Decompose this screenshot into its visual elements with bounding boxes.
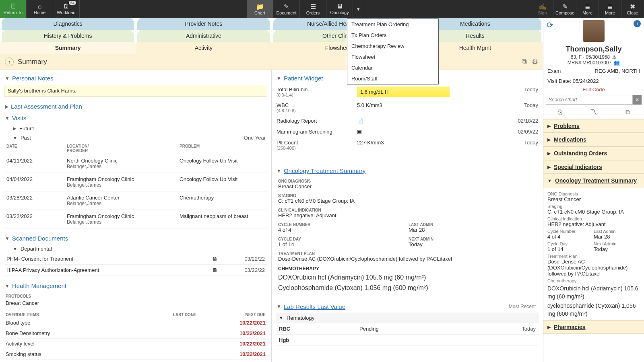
overdue-label: OVERDUE ITEMS [6, 313, 173, 317]
oncology-menu-item[interactable]: Chemotherapy Review [347, 41, 438, 51]
result-icon: 📄 [357, 118, 363, 124]
right-column: ▼Patient Widget Total Bilirubin(0.0-1.4)… [272, 70, 543, 362]
oncology-icon: 🖥 [336, 3, 343, 10]
lastdone-label: LAST DONE [173, 313, 221, 317]
chevron-down-icon[interactable]: ▼ [279, 315, 283, 320]
tab-activity[interactable]: Activity [136, 42, 271, 54]
visit-row[interactable]: 03/22/2022 Framingham Oncology ClinicBel… [4, 210, 267, 228]
patient-widget-header[interactable]: Patient Widget [284, 75, 323, 82]
patient-widget-row[interactable]: Plt Count(250-400) 227 K/mm3 Today [276, 137, 539, 153]
last-assessment-header[interactable]: Last Assessment and Plan [11, 103, 82, 110]
visits-header[interactable]: Visits [12, 115, 27, 121]
expand-up-button[interactable]: ↑ [5, 58, 14, 66]
side-ots-body: ONC DiagnosisBreast Cancer StagingC: cT1… [543, 187, 644, 320]
overdue-item-row[interactable]: Activity level10/22/2021 [4, 339, 267, 349]
search-chart-input[interactable] [546, 95, 633, 105]
toolbar-document[interactable]: ✎ Document [273, 0, 300, 18]
patient-widget-row[interactable]: Mammogram Screening ▣ 02/09/22 [276, 126, 539, 137]
personal-notes-header[interactable]: Personal Notes [12, 75, 54, 82]
scanned-doc-row[interactable]: PHM- Consent for Treatment🗎03/22/22 [4, 253, 267, 265]
trend-icon[interactable]: 〽 [590, 109, 597, 116]
add-note-icon[interactable]: ⎘ [558, 109, 562, 116]
tab-provider-notes[interactable]: Provider Notes [137, 18, 270, 30]
tab-diagnostics[interactable]: Diagnostics [2, 18, 134, 30]
search-clear-button[interactable]: ✕ [633, 95, 642, 105]
chevron-down-icon[interactable]: ▼ [277, 76, 281, 81]
side-section-outstanding-orders[interactable]: ▶Outstanding Orders [543, 146, 644, 160]
lab-row[interactable]: RBCPendingToday [276, 323, 539, 335]
side-section-problems[interactable]: ▶Problems [543, 119, 644, 133]
visit-row[interactable]: 03/28/2022 Atlantic Cancer CenterBelange… [4, 191, 267, 210]
add-widget-icon[interactable]: ⧉ [522, 58, 527, 66]
visits-past-toggle[interactable]: ▼PastOne Year [4, 133, 267, 142]
oncology-menu-item[interactable]: Treatment Plan Ordering [347, 19, 438, 30]
chevron-icon: ▶ [547, 165, 551, 170]
toolbar-more[interactable]: ≣ More [599, 0, 621, 18]
return-to-label: Return To [4, 10, 23, 15]
document-icon: 🗎 [213, 256, 229, 262]
copy-icon[interactable]: ⧉ [625, 109, 630, 116]
result-icon: ▣ [357, 129, 362, 135]
oncology-menu-item[interactable]: Calendar [347, 62, 438, 73]
overdue-item-row[interactable]: Smoking status10/22/2021 [4, 349, 267, 360]
toolbar-oncology[interactable]: 🖥 Oncology [326, 0, 353, 18]
return-to-button[interactable]: E Return To [0, 0, 27, 18]
chevron-down-icon[interactable]: ▼ [5, 115, 10, 121]
brand-icon: E [11, 3, 15, 10]
oncology-menu-item[interactable]: Tx Plan Orders [347, 30, 438, 41]
allergy-icon[interactable]: ⚠ [612, 54, 617, 60]
visit-row[interactable]: 04/11/2022 North Oncology ClinicBelanger… [4, 154, 267, 173]
chevron-down-icon[interactable]: ▼ [5, 76, 10, 81]
side-section-medications[interactable]: ▶Medications [543, 133, 644, 146]
side-section-special-indicators[interactable]: ▶Special Indicators [543, 160, 644, 174]
visits-col-date: DATE [6, 144, 67, 153]
scanned-doc-row[interactable]: HIPAA Privacy Authorization-Agreement🗎03… [4, 265, 267, 276]
health-mgmt-header[interactable]: Health Management [12, 282, 66, 289]
patient-widget-row[interactable]: Total Bilirubin(0.0-1.4) 1.6 mg/dL H Tod… [276, 84, 539, 100]
side-section-pharmacies[interactable]: ▶Pharmacies [543, 320, 644, 334]
info-icon[interactable]: i [634, 20, 641, 27]
chevron-right-icon[interactable]: ▶ [5, 104, 8, 109]
chevron-down-icon[interactable]: ▼ [5, 236, 10, 241]
visits-future-toggle[interactable]: ▶Future [4, 124, 267, 133]
side-section-oncology-treatment-summary[interactable]: ▼Oncology Treatment Summary [543, 174, 644, 187]
home-icon: ⌂ [38, 3, 42, 10]
toolbar-home[interactable]: ⌂ Home [27, 0, 53, 18]
tab-summary[interactable]: Summary [0, 42, 136, 54]
oncology-dropdown-toggle[interactable]: ▾ [353, 0, 364, 18]
document-icon: 🗎 [213, 267, 229, 273]
top-toolbar: E Return To ⌂ Home 🗓 Workload 54 📁 Chart… [0, 0, 644, 18]
compose-icon: ✎ [562, 3, 568, 10]
onc-treatment-summary-header[interactable]: Oncology Treatment Summary [284, 167, 365, 174]
gear-icon[interactable]: ⚙ [532, 58, 538, 66]
chevron-down-icon[interactable]: ▼ [5, 283, 10, 289]
patient-widget-row[interactable]: Radiology Report 📄 02/18/22 [276, 115, 539, 126]
tab-administrative[interactable]: Administrative [137, 30, 270, 42]
patient-link-icon[interactable]: 👥 [614, 60, 620, 66]
chevron-down-icon[interactable]: ▼ [277, 304, 281, 309]
toolbar-workload[interactable]: 🗓 Workload 54 [53, 0, 80, 18]
scanned-departmental-toggle[interactable]: ▼Departmental [4, 244, 267, 253]
chart-icon: 📁 [256, 3, 264, 10]
close-icon: ✖ [630, 3, 635, 10]
overdue-item-row[interactable]: Blood type10/22/2021 [4, 318, 267, 328]
scanned-docs-header[interactable]: Scanned Documents [12, 235, 68, 242]
oncology-menu-item[interactable]: Flowsheet [347, 51, 438, 62]
lab-results-header[interactable]: Lab Results Last Value [284, 303, 345, 310]
toolbar-chart[interactable]: 📁 Chart [247, 0, 273, 18]
refresh-icon[interactable]: ⟳ [547, 20, 553, 30]
patient-widget-row[interactable]: WBC(4.8-10.8) 5.0 K/mm3 Today [276, 100, 539, 115]
oncology-menu-item[interactable]: Room/Staff [347, 73, 438, 84]
toolbar-sign[interactable]: ✍ Sign [531, 0, 554, 18]
toolbar-orders[interactable]: ☰ Orders [300, 0, 326, 18]
oncology-menu: Treatment Plan OrderingTx Plan OrdersChe… [347, 19, 439, 84]
visit-row[interactable]: 04/04/2022 Framingham Oncology ClinicBel… [4, 173, 267, 191]
toolbar-close[interactable]: ✖ Close [621, 0, 644, 18]
lab-row[interactable]: Hgb [276, 335, 539, 346]
toolbar-more[interactable]: ≣ More [576, 0, 599, 18]
chevron-down-icon[interactable]: ▼ [277, 168, 281, 174]
toolbar-compose[interactable]: ✎ Compose [554, 0, 576, 18]
tab-history-problems[interactable]: History & Problems [2, 30, 134, 42]
chevron-icon: ▶ [547, 151, 551, 156]
overdue-item-row[interactable]: Bone Densitometry10/22/2021 [4, 328, 267, 339]
